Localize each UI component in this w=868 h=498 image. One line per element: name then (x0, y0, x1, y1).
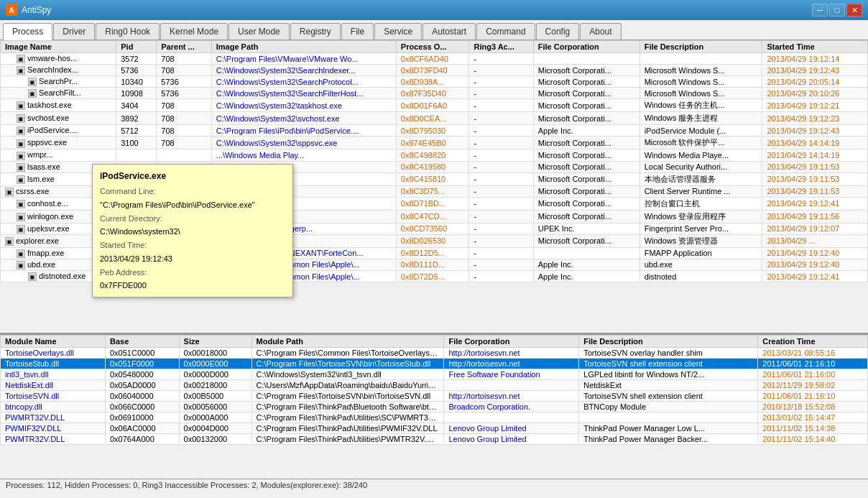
mod-desc: NetdiskExt (579, 380, 758, 391)
proc-icon: ▣ (5, 237, 14, 246)
col-module-desc[interactable]: File Description (579, 336, 758, 348)
table-row[interactable]: ▣taskhost.exe 3404708C:\Windows\System32… (1, 99, 868, 112)
module-table-container[interactable]: Module Name Base Size Module Path File C… (0, 335, 868, 479)
table-row[interactable]: ▣SearchFilt... 109085736C:\Windows\Syste… (1, 88, 868, 99)
col-module-path[interactable]: Module Path (251, 336, 444, 348)
close-button[interactable]: ✕ (846, 4, 862, 17)
module-section: Module Name Base Size Module Path File C… (0, 335, 868, 479)
col-module-corp[interactable]: File Corporation (444, 336, 579, 348)
proc-desc: Windows 服务主进程 (640, 112, 762, 125)
minimize-button[interactable]: ─ (812, 4, 828, 17)
mod-size: 0x00056000 (179, 402, 251, 412)
col-process-o[interactable]: Process O... (396, 41, 469, 53)
tab-kernelmode[interactable]: Kernel Mode (160, 23, 228, 40)
proc-corp: Microsoft Corporati... (533, 161, 640, 172)
proc-time: 2013/04/29 19:12:41 (762, 197, 868, 210)
proc-name: ▣SearchFilt... (1, 88, 116, 99)
tooltip-started-label: Started Time: 2013/04/29 19:12:43 (100, 239, 285, 265)
table-row[interactable]: ▣SearchPr... 103405736C:\Windows\System3… (1, 76, 868, 88)
col-file-desc[interactable]: File Description (640, 41, 762, 53)
mod-base: 0x05480000 (105, 369, 179, 380)
proc-icon: ▣ (17, 213, 25, 221)
mod-size: 0x0000A000 (179, 412, 251, 423)
table-row[interactable]: PWMTR32V.DLL0x0764A0000x00132000C:\Progr… (1, 434, 868, 445)
proc-time: 2013/04/29 19:11:53 (762, 185, 868, 197)
mod-name: btncopy.dll (1, 402, 106, 412)
table-row[interactable]: ▣SearchIndex... 5736708C:\Windows\System… (1, 65, 868, 76)
table-row[interactable]: NetdiskExt.dll0x05AD00000x00218000C:\Use… (1, 380, 868, 391)
proc-name: ▣taskhost.exe (1, 99, 116, 112)
proc-name: ▣vmware-hos... (1, 53, 116, 65)
mod-path: C:\Program Files\ThinkPad\Utilities\PWMT… (251, 434, 444, 445)
tab-file[interactable]: File (341, 23, 374, 40)
proc-corp: Apple Inc. (533, 125, 640, 137)
table-row[interactable]: TortoiseSVN.dll0x060400000x00B5000C:\Pro… (1, 391, 868, 402)
mod-path: C:\Windows\System32\intl3_tsvn.dll (251, 369, 444, 380)
tab-config[interactable]: Config (536, 23, 580, 40)
col-image-path[interactable]: Image Path (211, 41, 396, 53)
tooltip-started-value: 2013/04/29 19:12:43 (100, 254, 172, 263)
tab-about[interactable]: About (580, 23, 621, 40)
col-started[interactable]: Started Time (762, 41, 868, 53)
col-creation-time[interactable]: Creation Time (758, 336, 868, 348)
table-row[interactable]: ▣vmware-hos... 3572708C:\Program Files\V… (1, 53, 868, 65)
proc-corp: Apple Inc. (533, 271, 640, 282)
proc-corp: Apple Inc. (533, 259, 640, 270)
table-row[interactable]: intl3_tsvn.dll0x054800000x0000D000C:\Win… (1, 369, 868, 380)
proc-ring3: - (469, 161, 533, 172)
window-title: AntiSpy (22, 5, 812, 15)
table-row[interactable]: ▣sppsvc.exe 3100708C:\Windows\System32\s… (1, 137, 868, 149)
proc-corp: Microsoft Corporati... (533, 65, 640, 76)
tab-service[interactable]: Service (374, 23, 422, 40)
col-module-name[interactable]: Module Name (1, 336, 106, 348)
col-pid[interactable]: Pid (116, 41, 157, 53)
proc-pid: 5736 (116, 65, 157, 76)
tab-driver[interactable]: Driver (53, 23, 95, 40)
proc-process-o: 0x8C419580 (396, 161, 469, 172)
proc-time: 2013/04/29 19:12:40 (762, 247, 868, 259)
col-base[interactable]: Base (105, 336, 179, 348)
table-row[interactable]: ▣svchost.exe 3892708C:\Windows\System32\… (1, 112, 868, 125)
maximize-button[interactable]: □ (829, 4, 845, 17)
col-size[interactable]: Size (179, 336, 251, 348)
proc-parent: 708 (157, 137, 211, 149)
mod-desc: TortoiseSVN overlay handler shim (579, 348, 758, 359)
proc-process-o: 0x8C498820 (396, 149, 469, 161)
col-ring3[interactable]: Ring3 Ac... (469, 41, 533, 53)
table-row[interactable]: ▣iPodService.... 5712708C:\Program Files… (1, 125, 868, 137)
proc-desc: 本地会话管理器服务 (640, 172, 762, 185)
proc-desc: iPodService Module (... (640, 125, 762, 137)
tab-autostart[interactable]: Autostart (423, 23, 476, 40)
tab-registry[interactable]: Registry (290, 23, 341, 40)
col-parent[interactable]: Parent ... (157, 41, 211, 53)
proc-time: 2013/04/29 19:12:07 (762, 223, 868, 234)
table-row[interactable]: TortoiseStub.dll0x051F00000x0000E000C:\P… (1, 359, 868, 369)
table-row[interactable]: PWMRT32V.DLL0x069100000x0000A000C:\Progr… (1, 412, 868, 423)
mod-path: C:\Users\Mzf\AppData\Roaming\baidu\Baidu… (251, 380, 444, 391)
tab-usermode[interactable]: User Mode (228, 23, 290, 40)
mod-time: 2011/11/02 15:14:40 (758, 434, 868, 445)
proc-icon: ▣ (28, 89, 37, 98)
mod-base: 0x051C0000 (105, 348, 179, 359)
proc-ring3: - (469, 210, 533, 223)
col-image-name[interactable]: Image Name (1, 41, 116, 53)
proc-desc: Microsoft Windows S... (640, 65, 762, 76)
table-row[interactable]: btncopy.dll0x066C00000x00056000C:\Progra… (1, 402, 868, 412)
table-row[interactable]: PWMIF32V.DLL0x06AC00000x0004D000C:\Progr… (1, 423, 868, 434)
tooltip-command-label: Command Line: "C:\Program Files\iPod\bin… (100, 185, 285, 211)
mod-path: C:\Program Files\Common Files\TortoiseOv… (251, 348, 444, 359)
module-table-body: TortoiseOverlays.dll0x051C00000x00018000… (1, 348, 868, 445)
mod-name: intl3_tsvn.dll (1, 369, 106, 380)
proc-time: 2013/04/29 19:12:14 (762, 53, 868, 65)
proc-corp: Microsoft Corporati... (533, 137, 640, 149)
table-row[interactable]: TortoiseOverlays.dll0x051C00000x00018000… (1, 348, 868, 359)
tab-ring0hook[interactable]: Ring0 Hook (96, 23, 160, 40)
table-row[interactable]: ▣wmpr... ...\Windows Media Play...0x8C49… (1, 149, 868, 161)
tab-process[interactable]: Process (3, 23, 52, 40)
proc-icon: ▣ (17, 200, 25, 208)
col-file-corp[interactable]: File Corporation (533, 41, 640, 53)
tab-command[interactable]: Command (476, 23, 535, 40)
mod-time: 2012/11/29 19:58:02 (758, 380, 868, 391)
proc-time: 2013/04/29 14:14:19 (762, 149, 868, 161)
proc-time: 2013/04/29 19:11:53 (762, 172, 868, 185)
